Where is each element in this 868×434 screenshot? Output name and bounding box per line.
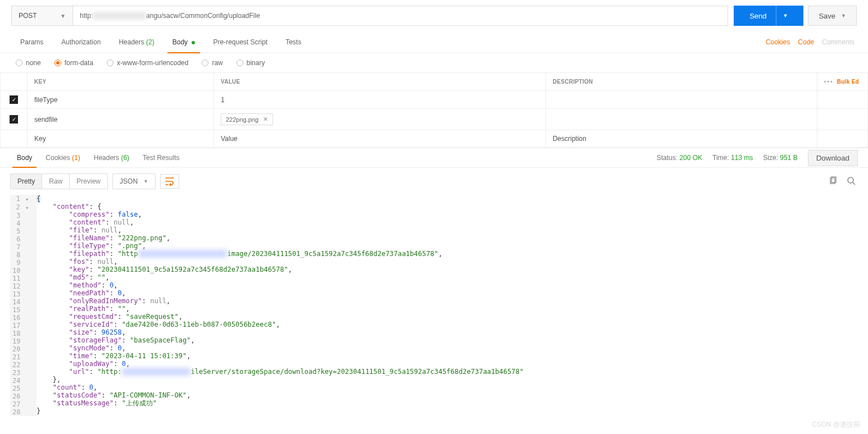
col-value: VALUE <box>213 73 546 91</box>
tab-headers[interactable]: Headers (2) <box>110 31 163 53</box>
chevron-down-icon: ▼ <box>60 13 66 19</box>
value-cell[interactable]: 1 <box>213 91 546 109</box>
new-key-input[interactable]: Key <box>28 130 214 148</box>
cookies-link[interactable]: Cookies <box>766 38 790 46</box>
value-cell[interactable]: 222png.png ✕ <box>213 109 546 130</box>
watermark: CSDN @凌扶荊 <box>812 420 860 427</box>
form-data-table: KEY VALUE DESCRIPTION ••• Bulk Ed ✓ file… <box>0 72 868 148</box>
wrap-lines-button[interactable] <box>160 174 179 189</box>
col-key: KEY <box>28 73 214 91</box>
chevron-down-icon[interactable]: ▼ <box>841 13 846 19</box>
tab-body[interactable]: Body <box>163 31 204 53</box>
response-view-bar: Pretty Raw Preview JSON▼ <box>0 168 868 195</box>
table-row: ✓ sendfile 222png.png ✕ <box>1 109 868 130</box>
search-icon[interactable] <box>844 174 858 189</box>
remove-file-icon[interactable]: ✕ <box>263 116 268 123</box>
line-gutter: 1 ▾2 ▾3 4 5 6 7 8 9 10 11 12 13 14 15 16… <box>10 195 37 416</box>
row-checkbox[interactable]: ✓ <box>10 115 18 124</box>
resp-tab-cookies[interactable]: Cookies (1) <box>39 148 87 167</box>
view-preview[interactable]: Preview <box>70 174 107 189</box>
response-tabs: Body Cookies (1) Headers (6) Test Result… <box>0 148 868 168</box>
code-link[interactable]: Code <box>798 38 814 46</box>
more-icon[interactable]: ••• <box>824 79 834 85</box>
download-button[interactable]: Download <box>808 150 858 166</box>
bulk-edit-link[interactable]: Bulk Ed <box>837 79 859 85</box>
copy-icon[interactable] <box>826 174 840 189</box>
col-desc: DESCRIPTION <box>546 73 817 91</box>
radio-formdata[interactable]: form-data <box>54 59 93 67</box>
resp-tab-headers[interactable]: Headers (6) <box>87 148 136 167</box>
http-method-select[interactable]: POST ▼ <box>11 6 73 26</box>
new-value-input[interactable]: Value <box>213 130 546 148</box>
status-value: 200 OK <box>679 154 702 162</box>
table-row: ✓ fileType 1 <box>1 91 868 109</box>
key-cell[interactable]: sendfile <box>28 109 214 130</box>
table-row-new: Key Value Description <box>1 130 868 148</box>
radio-urlencoded[interactable]: x-www-form-urlencoded <box>107 59 188 67</box>
request-bar: POST ▼ http://xx.xx.xxx.xxx/pangu/sacw/C… <box>0 0 868 31</box>
view-pretty[interactable]: Pretty <box>11 174 42 189</box>
svg-point-2 <box>848 177 853 183</box>
view-raw[interactable]: Raw <box>42 174 70 189</box>
size-value: 951 B <box>780 154 797 162</box>
body-type-radios: none form-data x-www-form-urlencoded raw… <box>0 53 868 72</box>
radio-none[interactable]: none <box>16 59 41 67</box>
row-checkbox[interactable]: ✓ <box>10 95 18 104</box>
time-value: 113 ms <box>731 154 753 162</box>
new-desc-input[interactable]: Description <box>546 130 817 148</box>
method-label: POST <box>19 12 37 20</box>
body-changed-indicator <box>192 41 195 44</box>
resp-tab-body[interactable]: Body <box>10 148 39 167</box>
svg-line-3 <box>853 182 855 185</box>
save-button[interactable]: Save ▼ <box>808 6 857 26</box>
key-cell[interactable]: fileType <box>28 91 214 109</box>
request-tabs: Params Authorization Headers (2) Body Pr… <box>0 31 868 53</box>
response-body: 1 ▾2 ▾3 4 5 6 7 8 9 10 11 12 13 14 15 16… <box>0 195 868 427</box>
comments-link[interactable]: Comments <box>822 38 855 46</box>
json-code[interactable]: { "content": { "compress": false, "conte… <box>37 195 858 416</box>
tab-params[interactable]: Params <box>11 31 52 53</box>
tab-tests[interactable]: Tests <box>276 31 310 53</box>
format-select[interactable]: JSON▼ <box>112 173 156 189</box>
tab-authorization[interactable]: Authorization <box>52 31 110 53</box>
chevron-down-icon[interactable]: ▼ <box>776 6 788 26</box>
send-button[interactable]: Send ▼ <box>734 6 803 26</box>
file-chip: 222png.png ✕ <box>221 113 273 125</box>
resp-tab-tests[interactable]: Test Results <box>136 148 186 167</box>
url-input[interactable]: http://xx.xx.xxx.xxx/pangu/sacw/CommonCo… <box>73 6 728 26</box>
desc-cell[interactable] <box>546 109 817 130</box>
tab-prerequest[interactable]: Pre-request Script <box>204 31 276 53</box>
radio-raw[interactable]: raw <box>202 59 222 67</box>
desc-cell[interactable] <box>546 91 817 109</box>
radio-binary[interactable]: binary <box>237 59 265 67</box>
